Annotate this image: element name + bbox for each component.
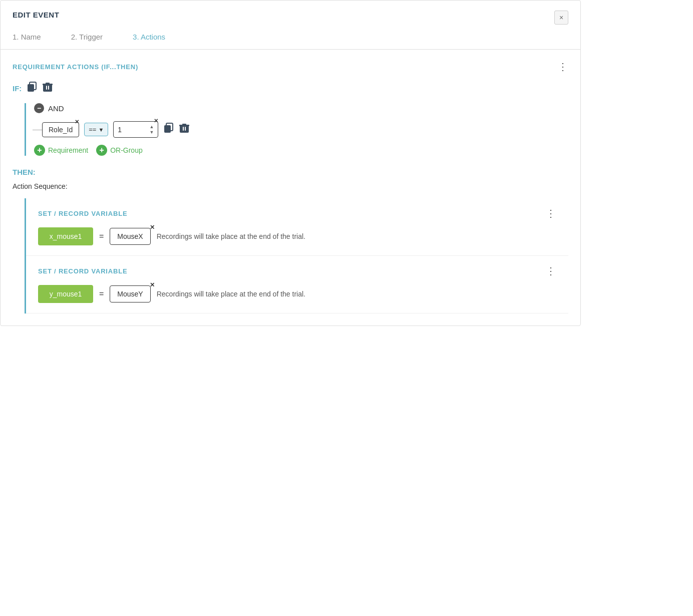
svg-rect-0	[28, 84, 34, 92]
operator-value: ==	[89, 126, 96, 133]
svg-rect-11	[179, 125, 189, 126]
value-spinner[interactable]: ▲ ▼	[149, 124, 154, 135]
operator-select[interactable]: == ▼	[84, 123, 108, 136]
step-trigger[interactable]: 2. Trigger	[71, 33, 103, 41]
mouse-value-remove-button-1[interactable]: ✕	[150, 224, 155, 231]
header-divider	[1, 49, 580, 50]
set-record-section-1: SET / RECORD VARIABLE ⋮ x_mouse1 = Mouse…	[26, 198, 568, 256]
add-or-group-icon: +	[96, 145, 107, 156]
set-record-more-button-1[interactable]: ⋮	[546, 208, 556, 218]
then-label: THEN:	[13, 168, 568, 176]
field-remove-button[interactable]: ✕	[75, 119, 83, 127]
and-minus-icon: −	[34, 103, 44, 113]
variable-name-1: x_mouse1	[38, 227, 93, 245]
action-sequence-block: SET / RECORD VARIABLE ⋮ x_mouse1 = Mouse…	[25, 198, 568, 314]
mouse-value-1: MouseX	[117, 232, 143, 240]
add-requirement-label: Requirement	[48, 146, 88, 154]
step-actions[interactable]: 3. Actions	[133, 33, 165, 41]
if-trash-button[interactable]	[43, 82, 53, 95]
add-requirement-button[interactable]: + Requirement	[34, 145, 88, 156]
set-record-title-2: SET / RECORD VARIABLE	[38, 267, 127, 275]
mouse-value-2: MouseY	[117, 290, 143, 298]
mouse-value-box-1: MouseX ✕	[110, 228, 150, 245]
modal-title: EDIT EVENT	[13, 11, 59, 19]
close-button[interactable]: ×	[554, 11, 568, 25]
svg-rect-13	[185, 127, 186, 131]
svg-rect-7	[164, 125, 171, 133]
value-number: 1	[118, 126, 122, 134]
svg-rect-6	[48, 86, 49, 90]
add-requirement-icon: +	[34, 145, 45, 156]
equals-sign-2: =	[99, 289, 104, 298]
steps-navigation: 1. Name 2. Trigger 3. Actions	[1, 33, 580, 49]
svg-rect-4	[43, 84, 53, 85]
if-label-row: IF:	[13, 82, 568, 95]
and-text: AND	[48, 104, 64, 113]
variable-name-2: y_mouse1	[38, 285, 93, 303]
add-buttons-row: + Requirement + OR-Group	[34, 145, 568, 156]
mouse-value-remove-button-2[interactable]: ✕	[150, 281, 155, 288]
var-row-1: x_mouse1 = MouseX ✕ Recordings will take…	[38, 227, 556, 245]
add-or-group-label: OR-Group	[110, 146, 143, 154]
recording-note-1: Recordings will take place at the end of…	[157, 232, 305, 240]
condition-trash-button[interactable]	[179, 123, 189, 136]
set-record-header-1: SET / RECORD VARIABLE ⋮	[38, 208, 556, 218]
set-record-title-1: SET / RECORD VARIABLE	[38, 210, 127, 217]
add-or-group-button[interactable]: + OR-Group	[96, 145, 143, 156]
set-record-header-2: SET / RECORD VARIABLE ⋮	[38, 266, 556, 276]
modal-header: EDIT EVENT ×	[1, 1, 580, 33]
action-sequence-label: Action Sequence:	[13, 182, 568, 190]
svg-rect-5	[46, 86, 47, 90]
value-input[interactable]: 1 ▲ ▼ ✕	[113, 121, 158, 138]
recording-note-2: Recordings will take place at the end of…	[157, 290, 305, 298]
and-label-row: − AND	[34, 103, 568, 113]
equals-sign-1: =	[99, 232, 104, 241]
if-text: IF:	[13, 84, 22, 93]
svg-rect-12	[183, 127, 184, 131]
main-content: REQUIREMENT ACTIONS (IF...THEN) ⋮ IF:	[1, 62, 580, 326]
field-box-role-id: Role_Id ✕	[42, 122, 79, 137]
set-record-section-2: SET / RECORD VARIABLE ⋮ y_mouse1 = Mouse…	[26, 256, 568, 314]
requirement-section-header: REQUIREMENT ACTIONS (IF...THEN) ⋮	[13, 62, 568, 72]
requirement-more-button[interactable]: ⋮	[558, 62, 568, 72]
set-record-more-button-2[interactable]: ⋮	[546, 266, 556, 276]
condition-copy-button[interactable]	[163, 123, 174, 136]
condition-block: − AND Role_Id ✕ == ▼ 1 ▲ ▼	[25, 103, 568, 156]
condition-row: Role_Id ✕ == ▼ 1 ▲ ▼ ✕	[42, 121, 568, 138]
field-name: Role_Id	[49, 126, 73, 134]
if-copy-button[interactable]	[27, 82, 38, 95]
operator-chevron-icon: ▼	[98, 127, 104, 133]
mouse-value-box-2: MouseY ✕	[110, 285, 150, 302]
var-row-2: y_mouse1 = MouseY ✕ Recordings will take…	[38, 285, 556, 303]
value-remove-button[interactable]: ✕	[154, 118, 162, 126]
requirement-section-title: REQUIREMENT ACTIONS (IF...THEN)	[13, 63, 138, 71]
step-name[interactable]: 1. Name	[13, 33, 41, 41]
edit-event-modal: EDIT EVENT × 1. Name 2. Trigger 3. Actio…	[0, 0, 581, 326]
